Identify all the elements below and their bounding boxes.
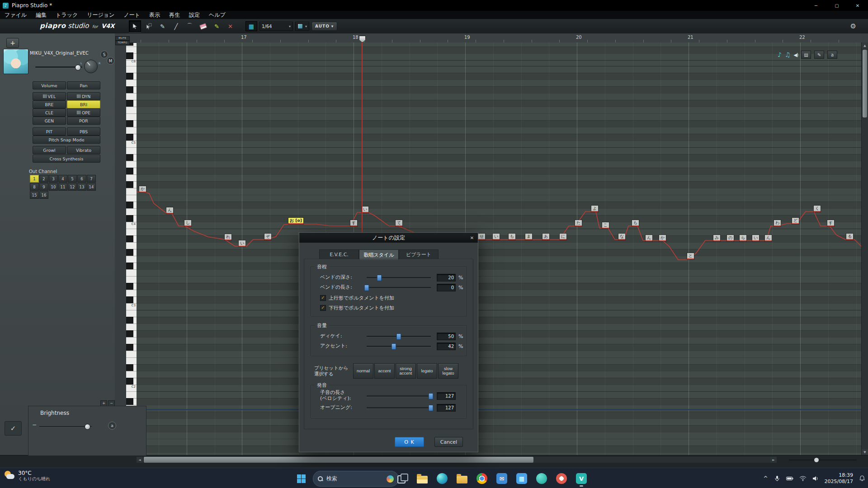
note-lyric[interactable]: す [350,220,357,226]
note-lyric[interactable]: か [139,186,146,192]
channel-cell[interactable]: 6 [77,175,86,183]
speaker-icon[interactable] [812,476,819,481]
speaker-icon[interactable]: ◀) [794,52,798,57]
menu-item[interactable]: リージョン [82,11,119,19]
preset-button[interactable]: normal [353,363,373,379]
note-join-icon[interactable]: ♫ [785,51,791,58]
slider-track[interactable] [367,395,431,397]
growl-button[interactable]: Growl [33,146,66,154]
note-lyric[interactable]: せ [478,234,485,240]
note-lyric[interactable]: あ [542,234,549,240]
note-lyric[interactable]: ん [166,207,173,214]
note-lyric[interactable]: も [632,220,639,226]
checkbox[interactable]: ✓ [320,305,326,311]
channel-cell[interactable]: 5 [68,175,77,183]
param-pit-button[interactable]: PIT [33,127,66,136]
menu-item[interactable]: 設定 [184,11,204,19]
menu-item[interactable]: 再生 [165,11,184,19]
note-lyric[interactable]: わ [774,220,781,226]
horizontal-scroll-thumb[interactable] [144,457,533,463]
slider-value-field[interactable]: 42 [437,343,456,350]
note-lyric[interactable]: と [687,253,694,259]
battery-icon[interactable] [786,476,793,481]
wifi-icon[interactable] [799,476,807,481]
track-name[interactable]: MIKU_V4X_Original_EVEC [30,51,98,56]
note-lyric[interactable]: こ [602,222,609,229]
slider-track[interactable] [367,277,431,278]
channel-cell[interactable]: 7 [87,175,96,183]
slider-thumb[interactable] [364,285,369,291]
maximize-button[interactable]: ▢ [826,0,847,11]
task-view-button[interactable] [394,470,410,487]
note-grid[interactable]: かんしれいぞお [o]すいてせいもまあにたよこなもんかとみのらいんわどくする [137,42,862,455]
mute-tempo-box[interactable]: MUTE TEMPO [115,36,129,45]
param-bri-button[interactable]: BRI [67,100,100,108]
add-track-button[interactable]: + [6,38,19,48]
highlighter-tool[interactable]: ✎ [211,21,222,32]
tray-chevron-icon[interactable]: ^ [764,475,768,482]
singer-avatar[interactable] [3,49,28,74]
note-lyric[interactable]: の [727,235,734,241]
preset-button[interactable]: slow legato [438,363,458,379]
param-vel-button[interactable]: VEL [33,92,66,100]
track-volume-slider[interactable] [35,66,82,68]
note-lyric[interactable]: れ [225,234,231,240]
microphone-icon[interactable] [774,475,780,482]
pitch-render-icon[interactable]: ♪ [778,51,782,58]
line-tool[interactable]: ╱ [170,21,182,32]
channel-cell[interactable]: 4 [58,175,67,183]
curve-tool[interactable]: ⌒ [184,21,195,32]
channel-cell[interactable]: 15 [30,191,39,199]
note-lyric[interactable]: ら [740,235,746,241]
vocaloid-button[interactable]: V [573,470,590,487]
title-bar[interactable]: ♪ Piapro Studio * ─ ▢ ✕ [0,0,868,11]
dialog-tab[interactable]: E.V.E.C. [319,249,359,259]
note-lyric[interactable]: ん [646,235,652,241]
slider-track[interactable] [367,336,431,337]
slider-thumb[interactable] [429,393,434,399]
lyric-mode-icon[interactable]: a [827,51,837,59]
notification-bell-icon[interactable] [859,475,865,482]
mute-button[interactable]: M [107,57,114,65]
note-lyric[interactable]: て [396,220,402,226]
music-app-button[interactable] [553,470,570,487]
cross-synthesis-button[interactable]: Cross Synthesis [33,155,100,163]
menu-item[interactable]: ファイル [0,11,31,19]
horizontal-zoom-thumb[interactable] [814,457,819,463]
teams-button[interactable] [533,470,550,487]
ok-button[interactable]: O K [395,437,424,447]
channel-cell[interactable]: 3 [49,175,58,183]
brightness-auto-button[interactable]: a [108,422,116,430]
param-volume-button[interactable]: Volume [33,81,66,89]
note-lyric[interactable]: い [752,235,759,241]
channel-cell[interactable]: 1 [30,175,39,183]
preset-button[interactable]: strong accent [396,363,416,379]
note-lyric[interactable]: み [713,235,720,241]
slider-value-field[interactable]: 127 [437,392,456,400]
slider-value-field[interactable]: 127 [437,404,456,412]
horizontal-zoom-slider[interactable] [789,460,857,460]
channel-cell[interactable]: 2 [39,175,48,183]
slider-track[interactable] [367,287,431,288]
note-lyric[interactable]: る [846,234,853,240]
weather-widget[interactable]: 30°C くもりのち晴れ [4,470,50,482]
piano-keyboard[interactable]: C6C5C4C3C2 [126,42,137,455]
start-button[interactable] [293,470,309,487]
store-button[interactable]: ▦ [514,470,530,487]
note-lyric[interactable]: い [239,240,245,247]
channel-cell[interactable]: 14 [87,183,96,191]
dialog-close-button[interactable]: ✕ [468,234,476,241]
preset-button[interactable]: accent [374,363,395,379]
note-lyric[interactable]: に [560,234,566,240]
file-explorer-button[interactable] [414,470,430,487]
slider-value-field[interactable]: 0 [437,284,456,291]
note-lyric[interactable]: も [509,234,515,240]
note-lyric[interactable]: な [618,234,625,240]
search-box[interactable]: 検索 [313,471,399,487]
volume-slider-thumb[interactable] [75,65,81,70]
note-lyric[interactable]: か [659,235,666,241]
param-cle-button[interactable]: CLE [33,108,66,117]
minimize-button[interactable]: ─ [806,0,826,11]
channel-cell[interactable]: 16 [39,191,48,199]
chrome-button[interactable] [474,470,490,487]
